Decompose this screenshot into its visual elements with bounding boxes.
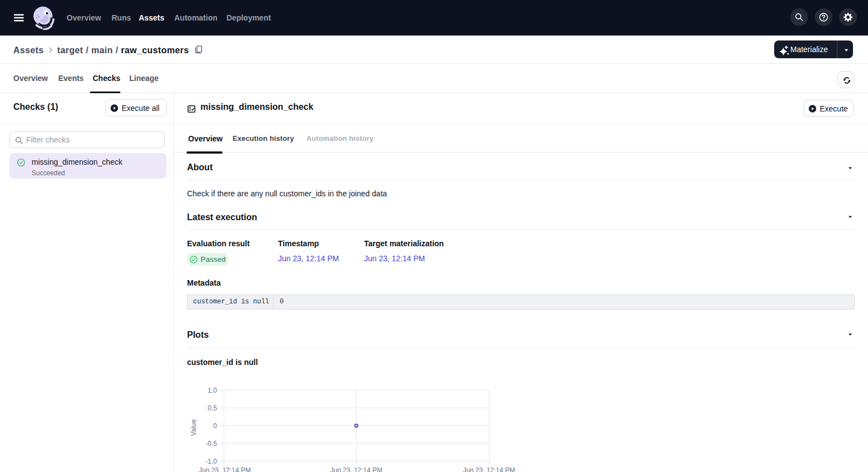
svg-text:0: 0 xyxy=(213,422,217,430)
svg-text:-0.5: -0.5 xyxy=(205,440,217,448)
svg-text:-1.0: -1.0 xyxy=(205,458,217,465)
svg-text:Value: Value xyxy=(190,419,198,436)
svg-text:Jun 23, 12:14 PM: Jun 23, 12:14 PM xyxy=(199,466,251,472)
svg-text:1.0: 1.0 xyxy=(208,387,217,394)
svg-text:Jun 23, 12:14 PM: Jun 23, 12:14 PM xyxy=(463,466,515,472)
svg-text:0.5: 0.5 xyxy=(208,404,217,412)
svg-text:Jun 23, 12:14 PM: Jun 23, 12:14 PM xyxy=(330,466,382,472)
